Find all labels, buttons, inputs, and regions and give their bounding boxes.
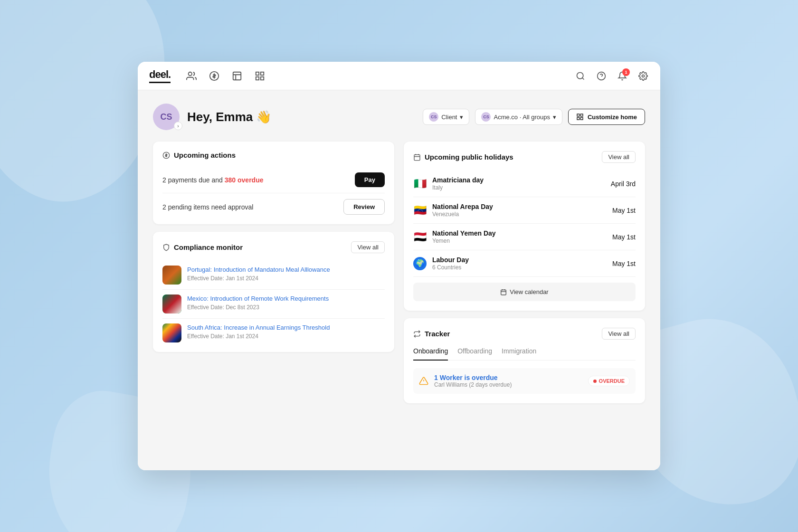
two-column-layout: Upcoming actions 2 payments due and 380 … (153, 142, 645, 403)
header-row: CS › Hey, Emma 👋 CS Client ▾ CS Acme.co … (153, 104, 645, 130)
holiday-date-yemen: May 1st (612, 233, 636, 241)
calendar-small-icon (500, 289, 507, 295)
payment-prefix: 2 payments due and (162, 176, 225, 184)
overdue-badge: OVERDUE (588, 376, 630, 386)
dollar-nav-icon[interactable] (209, 70, 220, 82)
holiday-date-labour: May 1st (612, 260, 636, 267)
tracker-title: Tracker (425, 330, 602, 338)
tracker-view-all-button[interactable]: View all (602, 328, 636, 340)
compliance-view-all-button[interactable]: View all (351, 241, 385, 253)
compliance-img-portugal (162, 266, 181, 285)
app-logo: deel. (149, 68, 171, 83)
avatar-expand-icon[interactable]: › (174, 122, 182, 130)
compliance-img-mexico (162, 294, 181, 314)
svg-line-8 (582, 77, 584, 79)
italy-flag: 🇮🇹 (413, 177, 427, 190)
avatar-wrapper[interactable]: CS › (153, 104, 180, 130)
holiday-date-venezuela: May 1st (612, 207, 636, 214)
holiday-item-venezuela: 🇻🇪 National Arepa Day Venezuela May 1st (413, 197, 636, 224)
pending-action-text: 2 pending items need approval (162, 203, 253, 211)
holiday-item-labour: 🌍 Labour Day 6 Countries May 1st (413, 250, 636, 277)
people-nav-icon[interactable] (186, 70, 197, 82)
view-calendar-label: View calendar (510, 288, 548, 295)
svg-rect-13 (580, 114, 583, 116)
overdue-dot (593, 380, 597, 383)
svg-rect-3 (256, 72, 259, 75)
overdue-label: OVERDUE (599, 378, 625, 384)
compliance-info-mexico: Mexico: Introduction of Remote Work Requ… (187, 294, 329, 311)
top-nav: deel. (138, 62, 660, 90)
tab-offboarding[interactable]: Offboarding (457, 347, 492, 361)
upcoming-actions-card: Upcoming actions 2 payments due and 380 … (153, 142, 394, 224)
tracker-worker-name: 1 Worker is overdue (434, 374, 582, 381)
compliance-info-portugal: Portugal: Introduction of Mandatoru Meal… (187, 266, 330, 282)
greeting: Hey, Emma 👋 (187, 110, 423, 124)
holiday-info-italy: Amatriciana day Italy (432, 176, 611, 191)
customize-home-button[interactable]: Customize home (568, 109, 645, 125)
chart-nav-icon[interactable] (231, 70, 243, 82)
customize-label: Customize home (588, 114, 637, 121)
client-dropdown[interactable]: CS Client ▾ (423, 109, 469, 125)
svg-point-11 (642, 75, 645, 77)
compliance-info-southafrica: South Africa: Increase in Annual Earning… (187, 323, 330, 340)
svg-point-7 (577, 72, 583, 78)
svg-rect-6 (261, 76, 264, 79)
globe-flag: 🌍 (413, 257, 427, 270)
bell-wrapper[interactable]: 1 (617, 70, 628, 82)
svg-rect-12 (577, 114, 580, 116)
grid-nav-icon[interactable] (254, 70, 266, 82)
org-dropdown[interactable]: CS Acme.co · All groups ▾ (475, 109, 562, 125)
review-button[interactable]: Review (343, 199, 385, 215)
compliance-date-southafrica: Effective Date: Jan 1st 2024 (187, 333, 330, 340)
holiday-item-italy: 🇮🇹 Amatriciana day Italy April 3rd (413, 171, 636, 197)
client-label: Client (441, 114, 457, 121)
tab-onboarding[interactable]: Onboarding (413, 347, 448, 361)
svg-rect-14 (577, 117, 580, 120)
tab-immigration[interactable]: Immigration (502, 347, 536, 361)
view-calendar-button[interactable]: View calendar (413, 283, 636, 301)
upcoming-actions-header: Upcoming actions (162, 151, 385, 159)
pending-action-row: 2 pending items need approval Review (162, 193, 385, 215)
nav-icons-left (186, 70, 575, 82)
warning-icon (419, 376, 428, 386)
compliance-date-portugal: Effective Date: Jan 1st 2024 (187, 275, 330, 282)
holidays-header: Upcoming public holidays View all (413, 151, 636, 163)
payment-overdue: 380 overdue (225, 176, 264, 184)
holiday-country-labour: 6 Countries (432, 264, 612, 271)
actions-icon (162, 152, 170, 159)
tracker-tabs: Onboarding Offboarding Immigration (413, 347, 636, 361)
svg-rect-5 (256, 76, 259, 79)
holiday-name-yemen: National Yemen Day (432, 229, 612, 237)
holiday-country-venezuela: Venezuela (432, 211, 612, 218)
app-window: deel. (138, 62, 660, 470)
payment-action-text: 2 payments due and 380 overdue (162, 176, 263, 184)
svg-point-0 (189, 72, 192, 75)
tracker-icon (413, 330, 421, 338)
compliance-item-southafrica: South Africa: Increase in Annual Earning… (162, 319, 385, 342)
client-chevron-icon: ▾ (460, 114, 463, 121)
compliance-item-mexico: Mexico: Introduction of Remote Work Requ… (162, 290, 385, 319)
search-nav-icon[interactable] (575, 70, 586, 82)
compliance-icon (162, 244, 170, 251)
svg-rect-21 (501, 290, 506, 295)
client-role-icon: CS (429, 112, 438, 122)
holidays-title: Upcoming public holidays (425, 153, 602, 161)
tracker-worker-item: 1 Worker is overdue Carl Williams (2 day… (413, 368, 636, 394)
help-nav-icon[interactable] (596, 70, 607, 82)
holidays-view-all-button[interactable]: View all (602, 151, 636, 163)
holiday-info-labour: Labour Day 6 Countries (432, 256, 612, 271)
upcoming-actions-title: Upcoming actions (174, 151, 385, 159)
payment-action-row: 2 payments due and 380 overdue Pay (162, 167, 385, 193)
compliance-title-southafrica[interactable]: South Africa: Increase in Annual Earning… (187, 323, 330, 332)
pay-button[interactable]: Pay (355, 172, 385, 187)
main-content: CS › Hey, Emma 👋 CS Client ▾ CS Acme.co … (138, 90, 660, 470)
holiday-item-yemen: 🇾🇪 National Yemen Day Yemen May 1st (413, 224, 636, 250)
compliance-title-portugal[interactable]: Portugal: Introduction of Mandatoru Meal… (187, 266, 330, 274)
tracker-worker-info: 1 Worker is overdue Carl Williams (2 day… (434, 374, 582, 388)
compliance-title-mexico[interactable]: Mexico: Introduction of Remote Work Requ… (187, 294, 329, 303)
settings-nav-icon[interactable] (637, 70, 649, 82)
tracker-header: Tracker View all (413, 328, 636, 340)
header-controls: CS Client ▾ CS Acme.co · All groups ▾ (423, 109, 645, 125)
holiday-info-venezuela: National Arepa Day Venezuela (432, 203, 612, 218)
calendar-icon (413, 153, 421, 161)
